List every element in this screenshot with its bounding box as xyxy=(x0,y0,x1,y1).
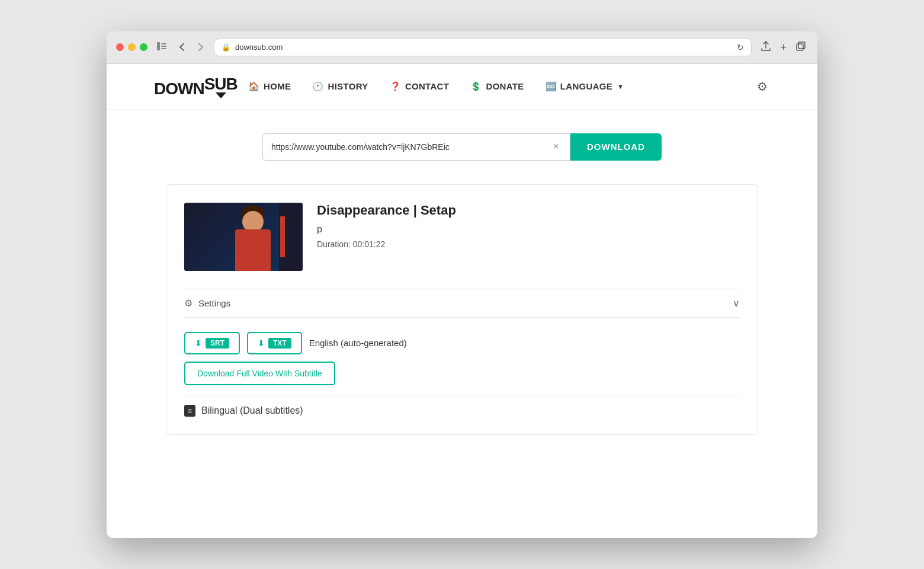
subtitle-language: English (auto-generated) xyxy=(309,338,407,348)
svg-rect-5 xyxy=(798,42,805,49)
language-icon: 🔤 xyxy=(546,81,557,92)
thumbnail-person xyxy=(229,212,277,271)
settings-left: ⚙ Settings xyxy=(184,298,230,309)
video-duration: Duration: 00:01:22 xyxy=(317,239,740,249)
navigation: DOWN SUB 🏠 HOME 🕐 HISTORY ❓ CONTACT xyxy=(107,64,817,110)
main-content: × DOWNLOAD xyxy=(107,110,817,459)
browser-window: 🔒 downsub.com ↻ + DOWN xyxy=(107,31,817,538)
page-content: DOWN SUB 🏠 HOME 🕐 HISTORY ❓ CONTACT xyxy=(107,64,817,538)
maximize-button[interactable] xyxy=(140,43,147,51)
txt-download-button[interactable]: ⬇ TXT xyxy=(247,332,302,354)
security-icon: 🔒 xyxy=(222,43,230,52)
browser-titlebar: 🔒 downsub.com ↻ + xyxy=(107,31,817,64)
txt-badge: TXT xyxy=(268,338,291,349)
forward-button[interactable] xyxy=(195,41,207,53)
result-card: Disappearance | Setap p Duration: 00:01:… xyxy=(166,184,758,435)
bilingual-icon: ≡ xyxy=(184,405,195,417)
contact-icon: ❓ xyxy=(390,81,401,92)
subtitle-format-row: ⬇ SRT ⬇ TXT English (auto-generated) xyxy=(184,332,740,354)
nav-donate[interactable]: 💲 DONATE xyxy=(460,76,534,97)
chevron-down-icon: ∨ xyxy=(733,298,740,309)
minimize-button[interactable] xyxy=(128,43,136,51)
video-title: Disappearance | Setap xyxy=(317,203,740,218)
download-txt-icon: ⬇ xyxy=(258,338,265,348)
nav-language[interactable]: 🔤 LANGUAGE ▼ xyxy=(535,76,635,97)
video-thumbnail xyxy=(184,203,303,271)
settings-label: Settings xyxy=(198,298,230,308)
bilingual-label: Bilingual (Dual subtitles) xyxy=(201,405,303,416)
download-main-button[interactable]: DOWNLOAD xyxy=(570,133,662,161)
video-details: Disappearance | Setap p Duration: 00:01:… xyxy=(317,203,740,271)
clear-url-button[interactable]: × xyxy=(550,138,562,155)
tabs-button[interactable] xyxy=(794,39,808,56)
traffic-lights xyxy=(116,43,147,51)
svg-rect-4 xyxy=(797,44,803,50)
search-section: × DOWNLOAD xyxy=(166,133,758,161)
svg-rect-0 xyxy=(157,42,160,50)
url-input-wrapper: × xyxy=(262,133,570,161)
nav-history[interactable]: 🕐 HISTORY xyxy=(301,76,378,97)
logo-text-down: DOWN xyxy=(154,79,204,98)
download-full-video-button[interactable]: Download Full Video With Subtitle xyxy=(184,362,335,385)
address-text: downsub.com xyxy=(235,43,732,52)
gear-icon: ⚙ xyxy=(184,298,192,309)
bilingual-row: ≡ Bilingual (Dual subtitles) xyxy=(184,395,740,417)
sidebar-toggle-button[interactable] xyxy=(155,40,169,55)
donate-icon: 💲 xyxy=(470,81,482,92)
refresh-button[interactable]: ↻ xyxy=(737,43,744,52)
browser-actions: + xyxy=(759,39,808,56)
subtitle-options: ⬇ SRT ⬇ TXT English (auto-generated) Dow… xyxy=(184,332,740,385)
new-tab-button[interactable]: + xyxy=(778,40,789,55)
svg-rect-3 xyxy=(161,48,166,49)
home-icon: 🏠 xyxy=(248,81,259,92)
logo-arrow-icon xyxy=(216,92,226,98)
thumbnail-accent xyxy=(280,216,285,257)
url-input[interactable] xyxy=(271,134,550,160)
video-subtitle-char: p xyxy=(317,224,740,235)
svg-rect-1 xyxy=(161,43,166,44)
settings-row[interactable]: ⚙ Settings ∨ xyxy=(184,289,740,318)
video-info: Disappearance | Setap p Duration: 00:01:… xyxy=(184,203,740,271)
site-logo[interactable]: DOWN SUB xyxy=(154,75,238,98)
nav-home[interactable]: 🏠 HOME xyxy=(238,76,302,97)
close-button[interactable] xyxy=(116,43,124,51)
nav-contact[interactable]: ❓ CONTACT xyxy=(379,76,460,97)
logo-sub-section: SUB xyxy=(204,75,238,98)
language-dropdown-icon: ▼ xyxy=(617,83,624,90)
thumbnail-scene xyxy=(184,203,303,271)
share-button[interactable] xyxy=(759,39,773,56)
address-bar[interactable]: 🔒 downsub.com ↻ xyxy=(214,39,752,56)
srt-badge: SRT xyxy=(206,338,229,349)
settings-nav-button[interactable]: ⚙ xyxy=(755,77,770,96)
nav-items: 🏠 HOME 🕐 HISTORY ❓ CONTACT 💲 DONATE 🔤 xyxy=(238,76,755,97)
nav-right: ⚙ xyxy=(755,77,770,96)
history-icon: 🕐 xyxy=(312,81,323,92)
back-button[interactable] xyxy=(176,41,188,53)
srt-download-button[interactable]: ⬇ SRT xyxy=(184,332,240,354)
download-srt-icon: ⬇ xyxy=(195,338,202,348)
svg-rect-2 xyxy=(161,46,166,47)
person-body xyxy=(235,229,271,271)
